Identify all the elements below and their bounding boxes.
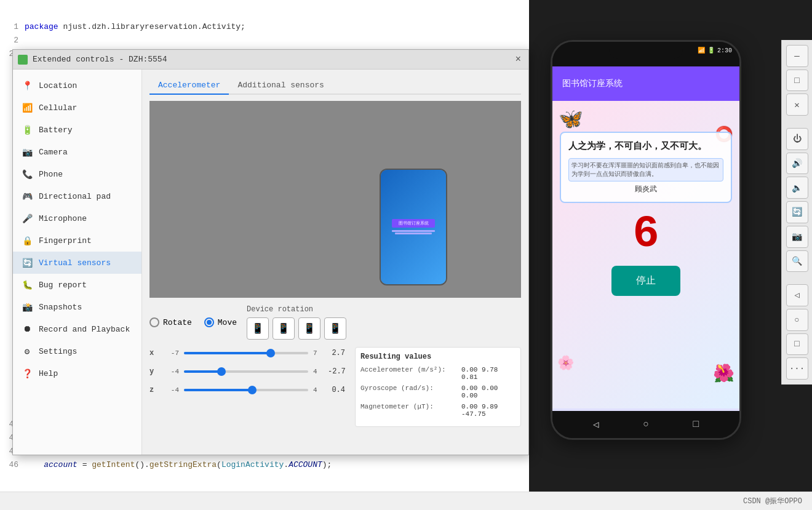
toolbar-close-btn[interactable]: ✕ [786, 94, 808, 116]
toolbar-power-btn[interactable]: ⏻ [786, 128, 808, 150]
sidebar-item-phone[interactable]: 📞 Phone [13, 163, 141, 185]
y-slider[interactable] [184, 365, 308, 378]
sidebar-label-virtual-sensors: Virtual sensors [39, 258, 111, 268]
sidebar-item-location[interactable]: 📍 Location [13, 74, 141, 97]
sidebar-label-camera: Camera [39, 148, 68, 157]
sidebar-item-battery[interactable]: 🔋 Battery [13, 119, 141, 141]
z-min: -4 [164, 386, 179, 394]
deco-flower-br: 🌺 [713, 363, 734, 384]
rotate-reverse-portrait-btn[interactable]: 📱 [298, 317, 320, 340]
tab-additional-sensors[interactable]: Additional sensors [229, 77, 332, 95]
result-row-1: Gyroscope (rad/s): 0.00 0.00 0.00 [360, 384, 515, 399]
x-slider-row: x -7 7 2.7 [149, 347, 345, 359]
sidebar-item-directional-pad[interactable]: 🎮 Directional pad [13, 185, 141, 207]
record-playback-icon: ⏺ [22, 324, 33, 335]
sidebar-item-fingerprint[interactable]: 🔒 Fingerprint [13, 229, 141, 252]
toolbar-maximize-btn[interactable]: □ [786, 70, 808, 92]
code-line-46: 46 account = getIntent().getStringExtra(… [0, 458, 529, 471]
status-bar: 📶 🔋 2:30 [698, 47, 732, 54]
location-icon: 📍 [22, 80, 33, 91]
sidebar-label-phone: Phone [39, 170, 63, 179]
y-thumb[interactable] [217, 367, 226, 376]
result-value-0: 0.00 9.78 0.81 [461, 366, 515, 381]
nav-recents-btn[interactable]: □ [690, 418, 702, 431]
tab-accelerometer[interactable]: Accelerometer [149, 77, 229, 95]
microphone-icon: 🎤 [22, 213, 33, 224]
results-title: Resulting values [360, 353, 515, 361]
directional-pad-icon: 🎮 [22, 191, 33, 202]
code-line-2: 1 package njust.dzh.libraryreservation.A… [0, 20, 529, 33]
toolbar-square-btn[interactable]: □ [786, 333, 808, 356]
toolbar-rotate-btn[interactable]: 🔄 [786, 201, 808, 223]
phone-icon: 📞 [22, 169, 33, 180]
sidebar-label-snapshots: Snapshots [39, 303, 82, 312]
sliders-results-section: x -7 7 2.7 y -4 [149, 347, 521, 427]
sidebar-item-help[interactable]: ❓ Help [13, 362, 141, 384]
sidebar-label-help: Help [39, 369, 58, 378]
z-thumb[interactable] [248, 386, 257, 394]
countdown-number: 6 [552, 209, 739, 260]
phone-screen-content: 图书馆订座系统 🦋 ⭕ 人之为学，不可自小，又不可大。 学习时不要在浑浑噩噩的知… [552, 66, 739, 411]
toolbar-more-btn[interactable]: ··· [786, 357, 808, 380]
sidebar-item-record-playback[interactable]: ⏺ Record and Playback [13, 318, 141, 340]
toolbar-zoom-btn[interactable]: 🔍 [786, 250, 808, 273]
sidebar-item-camera[interactable]: 📷 Camera [13, 141, 141, 163]
close-button[interactable]: × [512, 54, 523, 65]
sidebar-label-location: Location [39, 81, 77, 90]
z-label: z [149, 386, 159, 394]
x-slider[interactable] [184, 347, 308, 359]
toolbar-volume-up-btn[interactable]: 🔊 [786, 153, 808, 175]
extended-controls-dialog: Extended controls - DZH:5554 × 📍 Locatio… [12, 49, 529, 455]
result-label-0: Accelerometer (m/s²): [360, 366, 459, 381]
sidebar-item-settings[interactable]: ⚙ Settings [13, 340, 141, 362]
nav-back-btn[interactable]: ◁ [590, 418, 602, 431]
help-icon: ❓ [22, 368, 33, 379]
sidebar-item-virtual-sensors[interactable]: 🔄 Virtual sensors [13, 252, 141, 274]
rotate-landscape-btn[interactable]: 📱 [273, 317, 295, 340]
sidebar-label-battery: Battery [39, 126, 73, 135]
z-slider[interactable] [184, 384, 308, 396]
nav-home-btn[interactable]: ○ [640, 418, 652, 431]
radio-move[interactable]: Move [204, 317, 237, 327]
quote-card: 人之为学，不可自小，又不可大。 学习时不要在浑浑噩噩的知识面前感到自卑，也不能因… [560, 132, 732, 203]
result-label-2: Magnetometer (μT): [360, 403, 459, 418]
toolbar-back-btn[interactable]: ◁ [786, 284, 808, 306]
radio-rotate[interactable]: Rotate [149, 317, 192, 327]
z-max: 4 [313, 386, 323, 394]
android-phone: 📶 🔋 2:30 图书馆订座系统 🦋 ⭕ 人之为学，不可自小，又不可大。 学习时… [551, 40, 741, 440]
app-title-bar: 图书馆订座系统 [552, 66, 739, 101]
y-label: y [149, 367, 159, 376]
phone-notch [609, 42, 683, 59]
phone-preview-small: 图书馆订座系统 [380, 169, 447, 285]
x-thumb[interactable] [266, 349, 275, 357]
snapshots-icon: 📸 [22, 301, 33, 313]
z-value: 0.4 [328, 386, 345, 394]
toolbar-volume-down-btn[interactable]: 🔈 [786, 177, 808, 199]
toolbar-screenshot-btn[interactable]: 📷 [786, 226, 808, 248]
stop-button[interactable]: 停止 [611, 266, 680, 296]
y-slider-row: y -4 4 -2.7 [149, 365, 345, 378]
quote-author: 顾炎武 [568, 184, 723, 194]
result-row-0: Accelerometer (m/s²): 0.00 9.78 0.81 [360, 366, 515, 381]
sidebar-item-snapshots[interactable]: 📸 Snapshots [13, 296, 141, 318]
dialog-title: Extended controls - DZH:5554 [33, 55, 512, 64]
bottom-credit: CSDN @振华OPPO [743, 496, 802, 506]
y-min: -4 [164, 368, 179, 375]
sidebar-label-fingerprint: Fingerprint [39, 236, 92, 245]
result-value-1: 0.00 0.00 0.00 [461, 384, 515, 399]
cellular-icon: 📶 [22, 102, 33, 113]
rotate-reverse-landscape-btn[interactable]: 📱 [324, 317, 346, 340]
move-label: Move [218, 318, 237, 327]
code-line-1 [0, 6, 529, 20]
tab-bar: Accelerometer Additional sensors [149, 77, 521, 95]
toolbar-minimize-btn[interactable]: — [786, 45, 808, 67]
sidebar-item-bug-report[interactable]: 🐛 Bug report [13, 274, 141, 296]
toolbar-home-btn[interactable]: ○ [786, 309, 808, 331]
phone-screen-small: 图书馆订座系统 [381, 170, 446, 284]
rotate-portrait-btn[interactable]: 📱 [247, 317, 269, 340]
controls-row: Rotate Move Device rotation 📱 📱 📱 [149, 305, 521, 340]
virtual-sensors-icon: 🔄 [22, 257, 33, 268]
sidebar-item-cellular[interactable]: 📶 Cellular [13, 97, 141, 119]
y-fill [184, 370, 221, 373]
sidebar-item-microphone[interactable]: 🎤 Microphone [13, 207, 141, 229]
